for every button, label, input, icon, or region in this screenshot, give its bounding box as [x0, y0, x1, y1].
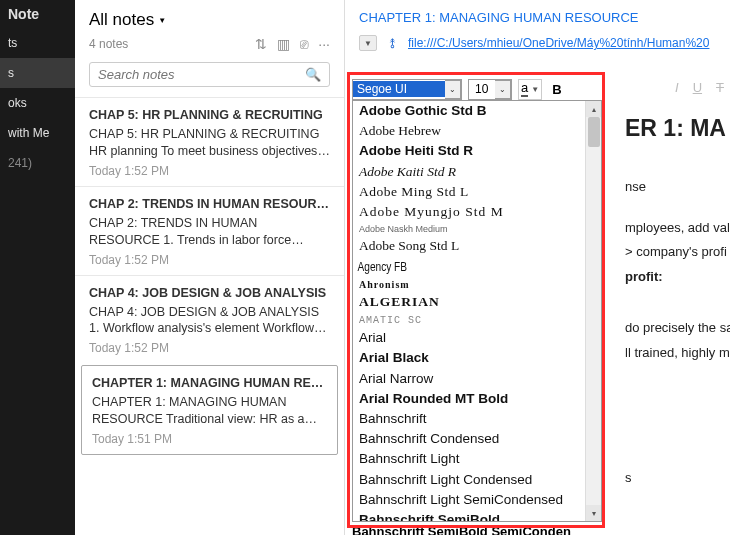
font-option[interactable]: Adobe Gothic Std B [353, 101, 601, 121]
document-body[interactable]: ER 1: MA nse mployees, add value > compa… [625, 110, 730, 492]
font-option[interactable]: Adobe Hebrew [353, 121, 601, 141]
note-preview: CHAP 5: HR PLANNING & RECRUITING HR plan… [89, 126, 330, 160]
filter-icon[interactable]: ⎚ [300, 36, 308, 52]
doc-heading: ER 1: MA [625, 110, 730, 147]
font-family-select[interactable]: Segoe UI ⌄ [352, 79, 462, 100]
font-option[interactable]: Arial [353, 328, 601, 348]
attachment-dropdown-icon[interactable]: ▼ [359, 35, 377, 51]
font-option[interactable]: Adobe Heiti Std R [353, 141, 601, 161]
link-icon[interactable]: ⥉ [387, 36, 398, 51]
note-time: Today 1:52 PM [89, 253, 330, 267]
font-option[interactable]: Arial Narrow [353, 369, 601, 389]
doc-text: mployees, add value [625, 218, 730, 239]
notes-column: All notes ▼ 4 notes ⇅ ▥ ⎚ ··· 🔍 CHAP 5: … [75, 0, 345, 535]
font-option[interactable]: Adobe Kaiti Std R [353, 162, 601, 182]
search-input[interactable] [98, 67, 305, 82]
attachment-link[interactable]: file:///C:/Users/mhieu/OneDrive/Máy%20tí… [408, 36, 720, 50]
note-time: Today 1:52 PM [89, 164, 330, 178]
chevron-down-icon[interactable]: ⌄ [495, 80, 511, 99]
nav-item-notes[interactable]: s [0, 58, 75, 88]
note-title: CHAP 2: TRENDS IN HUMAN RESOUR… [89, 197, 330, 211]
font-option[interactable]: Bahnschrift Light [353, 449, 601, 469]
font-option[interactable]: Bahnschrift Light Condensed [353, 470, 601, 490]
nav-item-shortcuts[interactable]: ts [0, 28, 75, 58]
font-option[interactable]: Agency FB [353, 257, 539, 277]
format-toolbar: Segoe UI ⌄ 10 ⌄ a ▼ B [352, 78, 566, 100]
underline-button[interactable]: U [693, 80, 702, 95]
nav-item-notebooks[interactable]: oks [0, 88, 75, 118]
note-item[interactable]: CHAP 2: TRENDS IN HUMAN RESOUR…CHAP 2: T… [75, 186, 344, 275]
font-option[interactable]: Bahnschrift Condensed [353, 429, 601, 449]
view-icon[interactable]: ▥ [277, 36, 290, 52]
font-dropdown[interactable]: Adobe Gothic Std BAdobe HebrewAdobe Heit… [352, 100, 602, 522]
doc-text: nse [625, 177, 730, 198]
doc-text: s [625, 468, 730, 489]
font-option[interactable]: Bahnschrift [353, 409, 601, 429]
caret-down-icon[interactable]: ▼ [158, 16, 166, 25]
font-option[interactable]: Adobe Naskh Medium [353, 222, 601, 236]
note-time: Today 1:52 PM [89, 341, 330, 355]
scrollbar[interactable]: ▴ ▾ [585, 101, 601, 521]
strike-button[interactable]: T [716, 80, 724, 95]
note-item[interactable]: CHAP 5: HR PLANNING & RECRUITINGCHAP 5: … [75, 97, 344, 186]
note-time: Today 1:51 PM [92, 432, 327, 446]
note-preview: CHAP 4: JOB DESIGN & JOB ANALYSIS 1. Wor… [89, 304, 330, 338]
font-option[interactable]: Arial Black [353, 348, 601, 368]
note-item[interactable]: CHAP 4: JOB DESIGN & JOB ANALYSISCHAP 4:… [75, 275, 344, 364]
font-option[interactable]: ALGERIAN [353, 292, 601, 312]
scroll-thumb[interactable] [588, 117, 600, 147]
scroll-up-icon[interactable]: ▴ [586, 101, 601, 117]
doc-text-bold: profit: [625, 267, 730, 288]
sort-icon[interactable]: ⇅ [255, 36, 267, 52]
font-option[interactable]: Arial Rounded MT Bold [353, 389, 601, 409]
doc-text: ll trained, highly m [625, 343, 730, 364]
font-option[interactable]: Bahnschrift Light SemiCondensed [353, 490, 601, 510]
font-option[interactable]: Ahronism [353, 277, 601, 293]
search-box[interactable]: 🔍 [89, 62, 330, 87]
nav-item-shared[interactable]: with Me [0, 118, 75, 148]
attachment-row: ▼ ⥉ file:///C:/Users/mhieu/OneDrive/Máy%… [345, 35, 730, 61]
font-size-value: 10 [469, 82, 495, 96]
font-option[interactable]: AMATIC SC [353, 313, 601, 329]
font-size-select[interactable]: 10 ⌄ [468, 79, 512, 100]
search-icon[interactable]: 🔍 [305, 67, 321, 82]
editor-pane: CHAPTER 1: MANAGING HUMAN RESOURCE ▼ ⥉ f… [345, 0, 730, 535]
note-title: CHAP 5: HR PLANNING & RECRUITING [89, 108, 330, 122]
note-item[interactable]: CHAPTER 1: MANAGING HUMAN RE…CHAPTER 1: … [81, 365, 338, 455]
nav-sidebar: Note ts s oks with Me 241) [0, 0, 75, 535]
nav-header: Note [0, 2, 75, 28]
font-option[interactable]: Adobe Myungjo Std M [353, 202, 601, 222]
doc-text: do precisely the sa [625, 318, 730, 339]
scroll-down-icon[interactable]: ▾ [586, 505, 601, 521]
font-family-value: Segoe UI [353, 81, 445, 97]
chevron-down-icon[interactable]: ▼ [529, 85, 539, 94]
nav-tag-count: 241) [0, 148, 75, 178]
font-option[interactable]: Bahnschrift SemiBold [353, 510, 601, 521]
notes-count: 4 notes [89, 37, 128, 51]
format-extra: I U T [675, 80, 724, 95]
text-color-button[interactable]: a ▼ [518, 79, 542, 100]
note-preview: CHAPTER 1: MANAGING HUMAN RESOURCE Tradi… [92, 394, 327, 428]
note-title: CHAPTER 1: MANAGING HUMAN RE… [92, 376, 327, 390]
more-icon[interactable]: ··· [318, 36, 330, 52]
notes-title[interactable]: All notes [89, 10, 154, 30]
bold-button[interactable]: B [548, 82, 565, 97]
font-option[interactable]: Adobe Song Std L [353, 236, 601, 256]
doc-title: CHAPTER 1: MANAGING HUMAN RESOURCE [345, 0, 730, 35]
doc-text: > company's profi [625, 242, 730, 263]
note-title: CHAP 4: JOB DESIGN & JOB ANALYSIS [89, 286, 330, 300]
font-option[interactable]: Adobe Ming Std L [353, 182, 601, 202]
note-preview: CHAP 2: TRENDS IN HUMAN RESOURCE 1. Tren… [89, 215, 330, 249]
italic-button[interactable]: I [675, 80, 679, 95]
chevron-down-icon[interactable]: ⌄ [445, 80, 461, 99]
text-color-glyph: a [521, 81, 528, 97]
